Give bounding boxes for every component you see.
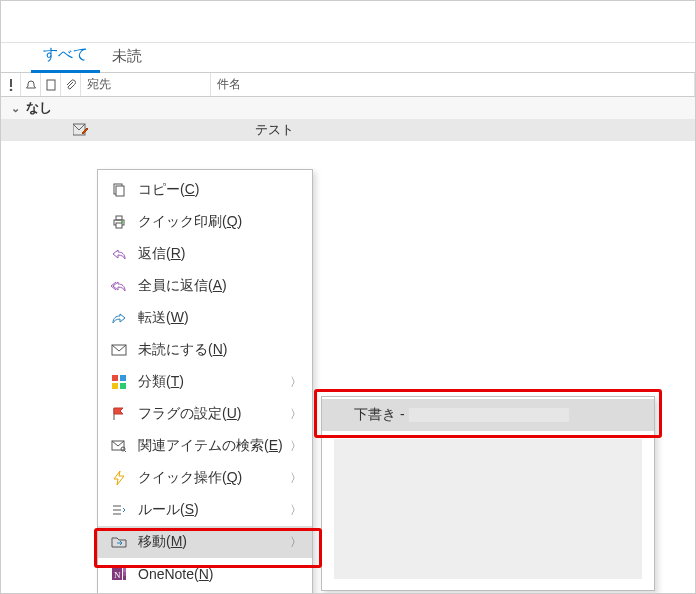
chevron-right-icon: 〉 bbox=[290, 374, 302, 391]
printer-icon bbox=[108, 214, 130, 230]
to-column-header[interactable]: 宛先 bbox=[81, 73, 211, 96]
menu-reply[interactable]: 返信(R) bbox=[98, 238, 312, 270]
menu-rules[interactable]: ルール(S) 〉 bbox=[98, 494, 312, 526]
copy-icon bbox=[108, 182, 130, 198]
move-submenu: 下書き - bbox=[321, 396, 655, 591]
svg-rect-20 bbox=[123, 576, 126, 580]
column-headers: 宛先 件名 bbox=[1, 73, 695, 97]
rules-icon bbox=[108, 502, 130, 518]
svg-text:N: N bbox=[114, 570, 121, 580]
menu-categorize[interactable]: 分類(T) 〉 bbox=[98, 366, 312, 398]
menu-flag[interactable]: フラグの設定(U) 〉 bbox=[98, 398, 312, 430]
menu-quick-steps[interactable]: クイック操作(Q) 〉 bbox=[98, 462, 312, 494]
reminder-column-icon[interactable] bbox=[21, 73, 41, 96]
context-menu: コピー(C) クイック印刷(Q) 返信(R) 全員に返信(A) 転送(W) 未読… bbox=[97, 169, 313, 594]
chevron-down-icon: ⌄ bbox=[11, 102, 20, 115]
menu-reply-all[interactable]: 全員に返信(A) bbox=[98, 270, 312, 302]
svg-rect-1 bbox=[47, 80, 55, 90]
svg-rect-7 bbox=[116, 223, 122, 228]
svg-rect-10 bbox=[112, 375, 118, 381]
tab-all[interactable]: すべて bbox=[31, 41, 100, 73]
menu-label: 返信(R) bbox=[138, 245, 302, 263]
forward-icon bbox=[108, 310, 130, 326]
group-header-label: なし bbox=[26, 99, 52, 117]
menu-mark-unread[interactable]: 未読にする(N) bbox=[98, 334, 312, 366]
svg-point-8 bbox=[121, 221, 123, 223]
group-header-none[interactable]: ⌄ なし bbox=[1, 97, 695, 119]
menu-forward[interactable]: 転送(W) bbox=[98, 302, 312, 334]
menu-label: クイック操作(Q) bbox=[138, 469, 302, 487]
menu-find-related[interactable]: 関連アイテムの検索(E) 〉 bbox=[98, 430, 312, 462]
message-row[interactable]: テスト bbox=[1, 119, 695, 141]
chevron-right-icon: 〉 bbox=[290, 502, 302, 519]
item-type-column-icon[interactable] bbox=[41, 73, 61, 96]
submenu-item-label: 下書き - bbox=[354, 406, 405, 424]
svg-rect-6 bbox=[116, 216, 122, 220]
svg-rect-18 bbox=[123, 568, 126, 572]
menu-label: 未読にする(N) bbox=[138, 341, 302, 359]
redacted-account-name bbox=[409, 408, 569, 422]
folder-filter-tabs: すべて 未読 bbox=[1, 43, 695, 73]
menu-label: 関連アイテムの検索(E) bbox=[138, 437, 302, 455]
tab-unread[interactable]: 未読 bbox=[100, 43, 154, 72]
menu-label: 転送(W) bbox=[138, 309, 302, 327]
draft-message-icon bbox=[73, 123, 89, 137]
flag-icon bbox=[108, 406, 130, 422]
menu-label: 分類(T) bbox=[138, 373, 302, 391]
svg-rect-12 bbox=[112, 383, 118, 389]
svg-rect-13 bbox=[120, 383, 126, 389]
message-subject-cell: テスト bbox=[255, 121, 294, 139]
chevron-right-icon: 〉 bbox=[290, 534, 302, 551]
svg-point-0 bbox=[9, 88, 12, 90]
menu-quickprint[interactable]: クイック印刷(Q) bbox=[98, 206, 312, 238]
reply-icon bbox=[108, 246, 130, 262]
attachment-column-icon[interactable] bbox=[61, 73, 81, 96]
importance-column-icon[interactable] bbox=[1, 73, 21, 96]
svg-rect-11 bbox=[120, 375, 126, 381]
svg-rect-4 bbox=[116, 186, 124, 196]
menu-move[interactable]: 移動(M) 〉 bbox=[98, 526, 312, 558]
categories-icon bbox=[108, 374, 130, 390]
submenu-body-placeholder bbox=[334, 439, 642, 579]
chevron-right-icon: 〉 bbox=[290, 470, 302, 487]
search-envelope-icon bbox=[108, 438, 130, 454]
chevron-right-icon: 〉 bbox=[290, 406, 302, 423]
onenote-icon: N bbox=[108, 566, 130, 582]
chevron-right-icon: 〉 bbox=[290, 438, 302, 455]
subject-column-header[interactable]: 件名 bbox=[211, 73, 695, 96]
menu-label: ルール(S) bbox=[138, 501, 302, 519]
submenu-item-drafts[interactable]: 下書き - bbox=[322, 399, 654, 431]
menu-copy[interactable]: コピー(C) bbox=[98, 174, 312, 206]
menu-onenote[interactable]: N OneNote(N) bbox=[98, 558, 312, 590]
envelope-icon bbox=[108, 342, 130, 358]
lightning-icon bbox=[108, 470, 130, 486]
move-to-folder-icon bbox=[108, 534, 130, 550]
reply-all-icon bbox=[108, 278, 130, 294]
menu-label: 移動(M) bbox=[138, 533, 302, 551]
menu-label: 全員に返信(A) bbox=[138, 277, 302, 295]
menu-label: フラグの設定(U) bbox=[138, 405, 302, 423]
menu-label: クイック印刷(Q) bbox=[138, 213, 302, 231]
svg-rect-19 bbox=[123, 572, 126, 576]
menu-label: OneNote(N) bbox=[138, 566, 302, 582]
menu-label: コピー(C) bbox=[138, 181, 302, 199]
